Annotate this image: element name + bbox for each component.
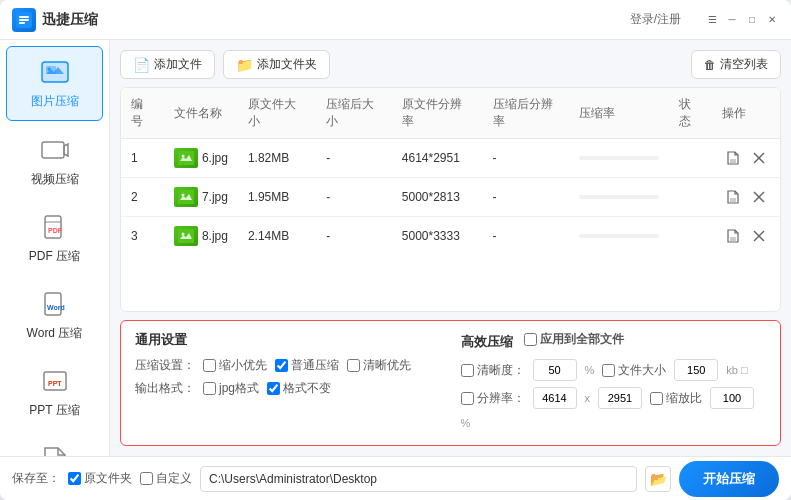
cell-id: 1 xyxy=(121,139,164,178)
cell-id: 3 xyxy=(121,217,164,256)
compress-min-size[interactable]: 缩小优先 xyxy=(203,357,267,374)
reduce-unit: % xyxy=(461,417,471,429)
reduce-row[interactable]: 缩放比 xyxy=(650,390,702,407)
orig-folder-label: 原文件夹 xyxy=(84,470,132,487)
compress-normal-checkbox[interactable] xyxy=(275,359,288,372)
orig-folder-checkbox[interactable] xyxy=(68,472,81,485)
svg-text:PDF: PDF xyxy=(48,227,63,234)
clear-list-button[interactable]: 🗑 清空列表 xyxy=(691,50,781,79)
sidebar-item-word[interactable]: Word Word 压缩 xyxy=(6,279,103,352)
reduce-input[interactable] xyxy=(710,387,754,409)
col-ratio: 压缩率 xyxy=(569,88,669,139)
svg-rect-27 xyxy=(730,198,736,202)
apply-all-label[interactable]: 应用到全部文件 xyxy=(524,331,624,348)
svg-marker-10 xyxy=(64,144,68,156)
filesize-input[interactable] xyxy=(674,359,718,381)
content-area: 📄 添加文件 📁 添加文件夹 🗑 清空列表 编号 xyxy=(110,40,791,456)
logo-icon xyxy=(12,8,36,32)
compress-min-size-label: 缩小优先 xyxy=(219,357,267,374)
start-compress-button[interactable]: 开始压缩 xyxy=(679,461,779,497)
save-file-button[interactable] xyxy=(722,225,744,247)
table-header-row: 编号 文件名称 原文件大小 压缩后大小 原文件分辨率 压缩后分辨率 压缩率 状态… xyxy=(121,88,780,139)
compress-quality[interactable]: 清晰优先 xyxy=(347,357,411,374)
add-file-button[interactable]: 📄 添加文件 xyxy=(120,50,215,79)
svg-text:PPT: PPT xyxy=(48,380,62,387)
compress-min-size-checkbox[interactable] xyxy=(203,359,216,372)
filesize-row[interactable]: 文件大小 xyxy=(602,362,666,379)
menu-button[interactable]: ☰ xyxy=(705,13,719,27)
reduce-checkbox[interactable] xyxy=(650,392,663,405)
output-keep-checkbox[interactable] xyxy=(267,382,280,395)
sidebar-item-ppt[interactable]: PPT PPT 压缩 xyxy=(6,356,103,429)
minimize-button[interactable]: ─ xyxy=(725,13,739,27)
orig-folder-option[interactable]: 原文件夹 xyxy=(68,470,132,487)
delete-file-button[interactable] xyxy=(748,225,770,247)
compress-quality-label: 清晰优先 xyxy=(363,357,411,374)
higheff-title-text: 高效压缩 xyxy=(461,334,513,349)
cell-comp-size: - xyxy=(316,217,392,256)
compress-quality-checkbox[interactable] xyxy=(347,359,360,372)
output-jpg-checkbox[interactable] xyxy=(203,382,216,395)
save-file-button[interactable] xyxy=(722,186,744,208)
window-controls: ☰ ─ □ ✕ xyxy=(705,13,779,27)
title-bar: 迅捷压缩 登录/注册 ☰ ─ □ ✕ xyxy=(0,0,791,40)
custom-option[interactable]: 自定义 xyxy=(140,470,192,487)
col-id: 编号 xyxy=(121,88,164,139)
apply-label: 应用到全部文件 xyxy=(540,331,624,348)
cell-actions xyxy=(712,139,780,178)
compress-normal[interactable]: 普通压缩 xyxy=(275,357,339,374)
app-title: 迅捷压缩 xyxy=(42,11,98,29)
svg-rect-18 xyxy=(178,151,194,165)
toolbar: 📄 添加文件 📁 添加文件夹 🗑 清空列表 xyxy=(120,50,781,79)
quality-row[interactable]: 清晰度： xyxy=(461,362,525,379)
sidebar-item-video[interactable]: 视频压缩 xyxy=(6,125,103,198)
quality-checkbox[interactable] xyxy=(461,364,474,377)
output-jpg[interactable]: jpg格式 xyxy=(203,380,259,397)
resolution-checkbox[interactable] xyxy=(461,392,474,405)
browse-folder-button[interactable]: 📂 xyxy=(645,466,671,492)
sidebar-label-video: 视频压缩 xyxy=(31,171,79,188)
custom-label: 自定义 xyxy=(156,470,192,487)
sidebar-item-image[interactable]: 图片压缩 xyxy=(6,46,103,121)
maximize-button[interactable]: □ xyxy=(745,13,759,27)
file-thumb-icon xyxy=(174,226,198,246)
login-button[interactable]: 登录/注册 xyxy=(630,11,681,28)
filesize-checkbox[interactable] xyxy=(602,364,615,377)
res-height-input[interactable] xyxy=(598,387,642,409)
sidebar-label-ppt: PPT 压缩 xyxy=(29,402,79,419)
cell-ratio xyxy=(569,139,669,178)
sidebar-label-image: 图片压缩 xyxy=(31,93,79,110)
filesize-label: 文件大小 xyxy=(618,362,666,379)
file-thumb-icon xyxy=(174,148,198,168)
clear-list-icon: 🗑 xyxy=(704,58,716,72)
sidebar-item-file[interactable]: 文件压缩 xyxy=(6,433,103,456)
output-label: 输出格式： xyxy=(135,380,195,397)
add-folder-button[interactable]: 📁 添加文件夹 xyxy=(223,50,330,79)
svg-rect-3 xyxy=(19,22,25,24)
svg-point-8 xyxy=(47,68,50,71)
file-name-text: 8.jpg xyxy=(202,229,228,243)
save-file-button[interactable] xyxy=(722,147,744,169)
word-compress-icon: Word xyxy=(39,289,71,321)
delete-file-button[interactable] xyxy=(748,147,770,169)
clear-list-label: 清空列表 xyxy=(720,56,768,73)
file-compress-icon xyxy=(39,443,71,456)
sidebar-label-word: Word 压缩 xyxy=(27,325,83,342)
add-folder-icon: 📁 xyxy=(236,57,253,73)
cell-ratio xyxy=(569,217,669,256)
svg-rect-2 xyxy=(19,19,29,21)
sidebar-item-pdf[interactable]: PDF PDF 压缩 xyxy=(6,202,103,275)
sidebar-label-pdf: PDF 压缩 xyxy=(29,248,80,265)
save-path-input[interactable] xyxy=(200,466,637,492)
cell-id: 2 xyxy=(121,178,164,217)
cell-orig-res: 5000*2813 xyxy=(392,178,483,217)
close-button[interactable]: ✕ xyxy=(765,13,779,27)
svg-rect-33 xyxy=(730,237,736,241)
delete-file-button[interactable] xyxy=(748,186,770,208)
apply-all-checkbox[interactable] xyxy=(524,333,537,346)
resolution-label-item[interactable]: 分辨率： xyxy=(461,390,525,407)
quality-input[interactable] xyxy=(533,359,577,381)
output-keep[interactable]: 格式不变 xyxy=(267,380,331,397)
custom-checkbox[interactable] xyxy=(140,472,153,485)
res-width-input[interactable] xyxy=(533,387,577,409)
